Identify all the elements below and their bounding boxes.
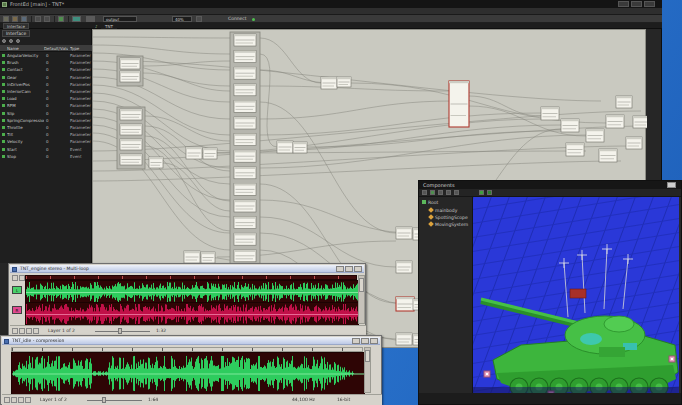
fit-view-icon[interactable] (196, 16, 202, 22)
wave1-play-button[interactable] (12, 328, 18, 334)
wave1-zoom-thumb[interactable] (118, 328, 122, 334)
interface-row[interactable]: Load0Parameter (0, 95, 92, 102)
grid-icon[interactable] (86, 16, 95, 22)
output-combo[interactable]: output (103, 16, 137, 22)
interface-row-value: 0 (46, 81, 49, 88)
interface-col-2[interactable]: Type (70, 45, 92, 52)
status-dot-icon (252, 18, 255, 21)
wave1-close-button[interactable] (354, 266, 362, 272)
interface-row-value: 0 (46, 117, 49, 124)
wave2-loop-button[interactable] (18, 397, 24, 403)
wave2-stop-button[interactable] (11, 397, 17, 403)
package-icon[interactable] (72, 16, 81, 22)
wave1-scrollbar-thumb[interactable] (359, 278, 364, 292)
zoom-spinner[interactable]: 40% (172, 16, 192, 22)
build-icon[interactable] (58, 16, 64, 22)
wave1-tool-button-1[interactable] (12, 275, 18, 281)
wave1-channel-right-chip[interactable]: R (12, 306, 22, 314)
interface-row-type: Parameter (70, 88, 91, 95)
wave1-minimize-button[interactable] (336, 266, 344, 272)
move-up-icon[interactable] (446, 190, 451, 195)
interface-col-1[interactable]: Default/Value (44, 45, 68, 52)
wave1-loop-button[interactable] (26, 328, 32, 334)
wave2-zoom-thumb[interactable] (102, 397, 106, 403)
play-preview-icon[interactable] (479, 190, 484, 195)
wave1-left-channel-waveform[interactable] (25, 280, 359, 304)
interface-row[interactable]: Brush0Parameter (0, 59, 92, 66)
tree-item-spottingscope[interactable]: SpottingScope (429, 214, 468, 221)
tree-item-movingsystem[interactable]: MovingSystem (429, 221, 468, 228)
interface-row[interactable]: Contact0Parameter (0, 66, 92, 73)
wave2-play-button[interactable] (4, 397, 10, 403)
open-icon[interactable] (12, 16, 18, 22)
main-titlebar[interactable]: FrontEd [main] - TNT* (0, 0, 662, 8)
tree-item-root[interactable]: Root (422, 199, 438, 206)
wave2-minimize-button[interactable] (352, 338, 360, 344)
interface-panel-tab[interactable]: Interface (2, 30, 30, 37)
wave2-titlebar[interactable]: TNT_idle - compression (2, 337, 380, 345)
wave2-waveform[interactable] (11, 352, 365, 395)
sound-emitter-marker[interactable] (669, 356, 675, 362)
delete-component-icon[interactable] (438, 190, 443, 195)
add-component-icon[interactable] (430, 190, 435, 195)
close-button[interactable] (644, 1, 655, 7)
remove-parameter-button[interactable] (9, 39, 13, 43)
stop-preview-icon[interactable] (487, 190, 492, 195)
viewport-menubar: ViewFilterUse InterfaceCamera (507, 189, 609, 197)
add-parameter-button[interactable] (2, 39, 6, 43)
wave1-right-channel-waveform[interactable] (25, 302, 359, 326)
interface-row[interactable]: Throttle0Parameter (0, 124, 92, 131)
new-icon[interactable] (3, 16, 9, 22)
wave1-titlebar[interactable]: TNT_engine stereo - Multi-loop (10, 265, 364, 273)
interface-row[interactable]: Stop0Event (0, 153, 92, 160)
interface-row[interactable]: Slip0Parameter (0, 110, 92, 117)
graph-node-header (234, 217, 256, 219)
graph-wire (93, 45, 230, 54)
move-down-icon[interactable] (454, 190, 459, 195)
wave1-maximize-button[interactable] (345, 266, 353, 272)
wave2-layer-status: Layer 1 of 2 (40, 395, 67, 404)
wave-editor-window-2: TNT_idle - compression Layer 1 of 2 1:64… (0, 335, 382, 405)
interface-row[interactable]: AngularVelocity0Parameter (0, 52, 92, 59)
parameter-icon (2, 112, 5, 115)
components-titlebar[interactable]: Components (419, 181, 681, 189)
redo-icon[interactable] (44, 16, 50, 22)
wave1-record-button[interactable] (33, 328, 39, 334)
viewport-3d[interactable] (473, 197, 679, 393)
interface-row[interactable]: Velocity0Parameter (0, 138, 92, 145)
wave1-zoom-slider[interactable] (95, 331, 150, 332)
wave1-vertical-scrollbar[interactable] (358, 275, 365, 324)
wave2-vertical-scrollbar[interactable] (364, 347, 371, 393)
tree-item-mainbody[interactable]: mainbody (429, 207, 457, 214)
interface-col-0[interactable]: Name (7, 45, 43, 52)
wave2-scrollbar-thumb[interactable] (365, 350, 370, 362)
connect-button[interactable]: Connect (228, 16, 247, 22)
interface-row[interactable]: InteriorCam0Parameter (0, 88, 92, 95)
interface-row[interactable]: InDriverPos0Parameter (0, 81, 92, 88)
edit-parameter-button[interactable] (16, 39, 20, 43)
interface-row[interactable]: Start0Event (0, 146, 92, 153)
wave2-close-button[interactable] (370, 338, 378, 344)
graph-wire (93, 77, 230, 119)
wave2-record-button[interactable] (25, 397, 31, 403)
minimize-button[interactable] (618, 1, 629, 7)
interface-row[interactable]: RPM0Parameter (0, 102, 92, 109)
interface-row[interactable]: SpringCompression0Parameter (0, 117, 92, 124)
interface-row[interactable]: Tilt0Parameter (0, 131, 92, 138)
components-corner-icon[interactable] (667, 182, 676, 188)
interface-row-name: AngularVelocity (7, 52, 44, 59)
wave2-maximize-button[interactable] (361, 338, 369, 344)
sound-emitter-marker[interactable] (484, 371, 490, 377)
interface-row[interactable]: Gear0Parameter (0, 74, 92, 81)
interface-table-header[interactable]: NameDefault/ValueType (0, 45, 92, 52)
wave1-stop-button[interactable] (19, 328, 25, 334)
parameter-icon (2, 126, 5, 129)
graph-node-header (234, 250, 256, 252)
wave1-channel-left-chip[interactable]: L (12, 286, 22, 294)
maximize-button[interactable] (631, 1, 642, 7)
undo-icon[interactable] (35, 16, 41, 22)
save-icon[interactable] (21, 16, 27, 22)
tree-expand-icon[interactable] (422, 190, 427, 195)
wave2-zoom-slider[interactable] (87, 400, 142, 401)
graph-node-header (234, 117, 256, 119)
